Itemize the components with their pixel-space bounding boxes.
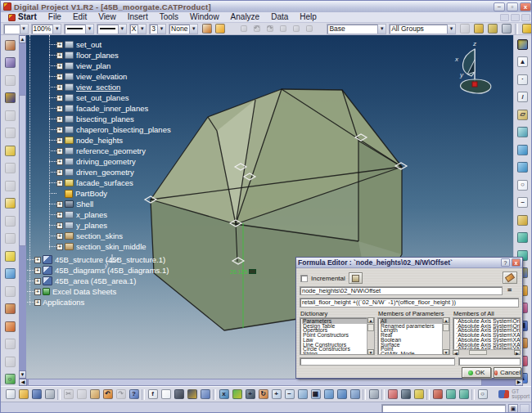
copy-icon[interactable] [75,388,88,401]
chevron-down-icon[interactable]: ▾ [20,25,28,34]
menu-file[interactable]: File [43,12,67,22]
scroll-down-icon[interactable]: ▼ [19,370,26,379]
dialog-close-button[interactable]: x [512,258,521,267]
fit-all-icon[interactable] [231,388,243,401]
status-aux-button[interactable] [520,404,530,413]
front-box-icon[interactable] [336,388,348,401]
tree-item[interactable]: + bisecting_planes [49,114,171,124]
tree-item[interactable]: + chaperon_bisecting_planes [49,124,171,135]
tree-item[interactable]: + section_skin_middle [49,241,171,252]
scroll-down-icon[interactable]: ▼ [443,349,449,355]
pointer-icon[interactable]: ▲ [516,56,530,69]
list-item[interactable]: CstAttr_Mode [380,352,449,355]
fly-mode-icon[interactable]: x [218,388,230,401]
normal-view-icon[interactable] [296,388,309,401]
separator[interactable] [471,388,476,401]
menu-tools[interactable]: Tools [154,12,184,22]
expand-icon[interactable]: + [34,299,41,306]
formula-editor-dialog[interactable]: Formula Editor : `node_heights\02_N/W\Of… [295,257,523,379]
expand-icon[interactable]: + [56,63,63,70]
line-type-dropdown[interactable]: ▾ [97,24,127,34]
redo-gray-icon[interactable]: ↷ [264,23,276,35]
revolve-icon[interactable] [516,143,530,156]
expand-icon[interactable]: + [56,74,63,80]
expand-icon[interactable]: + [56,244,63,250]
render-mode-dropdown[interactable]: None ▾ [169,24,198,34]
expand-icon[interactable]: + [56,159,63,165]
tree-item[interactable]: + set_out_planes [49,92,171,103]
point-icon[interactable]: · [516,73,530,86]
hand-icon[interactable] [3,232,16,245]
expand-icon[interactable]: + [56,180,63,186]
scroll-left-icon[interactable]: ◀ [453,350,459,355]
separator[interactable] [56,388,61,401]
part-red-icon[interactable] [431,388,444,401]
expand-icon[interactable]: + [56,222,63,229]
members-all-hscrollbar[interactable]: ◀ ▶ [453,349,521,355]
menu-view[interactable]: View [92,12,122,22]
chevron-down-icon[interactable]: ▾ [157,25,165,34]
point-symbol-dropdown[interactable]: X ▾ [129,24,147,34]
tree-item[interactable]: + view_plan [49,61,171,71]
binoculars-icon[interactable] [3,92,16,105]
axis-tool-icon[interactable] [3,320,16,333]
formula-fx-icon[interactable]: f [147,388,159,401]
groups-dropdown[interactable]: All Groups ▾ [389,24,456,34]
cancel-button[interactable]: Cancel [494,367,521,378]
knife-icon-1[interactable] [486,23,498,35]
output-parameter-field[interactable]: node_heights\02_N/W\Offset [300,286,503,295]
tree-vertical-scrollbar[interactable]: ▲ ▼ [19,35,26,379]
dialog-title-bar[interactable]: Formula Editor : `node_heights\02_N/W\Of… [296,258,522,268]
tree-item[interactable]: + view_elevation [49,71,171,82]
cut-icon[interactable]: ✂ [62,388,74,401]
expand-icon[interactable]: + [56,201,63,208]
slash-icon[interactable] [3,179,16,192]
mdi-minimize-button[interactable] [500,14,509,21]
menu-window[interactable]: Window [184,12,225,22]
expand-icon[interactable]: + [34,257,41,263]
expand-icon[interactable]: + [56,116,63,123]
filter-gray-icon[interactable] [458,23,471,35]
paste-icon[interactable] [88,388,101,401]
separator[interactable] [212,388,217,401]
expand-icon[interactable]: + [56,169,63,176]
zoom-in-icon[interactable]: + [270,388,282,401]
ghost-icon[interactable] [3,214,16,227]
chevron-down-icon[interactable]: ▾ [138,25,146,34]
eraser-yellow-icon[interactable] [3,144,16,157]
separator[interactable] [426,388,431,401]
pan-icon[interactable]: + [244,388,256,401]
sweep-icon[interactable] [516,213,530,227]
render-image-icon[interactable] [3,38,16,52]
menu-insert[interactable]: Insert [122,12,154,22]
tree-item[interactable]: + section_skins [49,231,171,241]
comment-icon[interactable] [160,388,172,401]
redo-icon[interactable]: ↷ [115,388,127,401]
minimize-button[interactable]: − [494,2,505,11]
ungroup-icon[interactable] [3,355,16,368]
chevron-down-icon[interactable]: ▾ [85,25,93,34]
expand-icon[interactable]: + [34,289,41,295]
incremental-checkbox[interactable] [300,275,308,282]
power-input-exec-button[interactable]: ▣ [508,404,518,413]
save-icon[interactable] [30,388,43,401]
scroll-up-icon[interactable]: ▲ [443,317,449,323]
tree-item[interactable]: + 45B_area (45B_area.1) [27,276,169,286]
chevron-down-icon[interactable]: ▾ [447,25,455,34]
separator[interactable] [381,388,385,401]
title-bar[interactable]: Digital Project V1.R2 - [45B_moorgate.CA… [1,1,532,12]
compass[interactable]: z x y [449,38,500,101]
erase-alt-icon[interactable] [3,162,16,175]
dictionary-list[interactable]: ParametersDesign TableOperatorsPoint Con… [300,317,375,355]
lock-icon[interactable] [186,388,198,401]
tree-item[interactable]: + x_planes [49,209,171,220]
new-doc-icon[interactable] [4,388,16,401]
spline-icon[interactable]: ~ [516,196,530,209]
menu-data[interactable]: Data [265,12,294,22]
paste-view-icon[interactable] [3,127,16,140]
power-input-field[interactable] [381,404,506,413]
unit-field[interactable] [458,357,521,366]
tree-item[interactable]: + PartBody [49,188,171,199]
undo-icon[interactable]: ↶ [101,388,114,401]
scroll-up-icon[interactable]: ▲ [19,35,26,43]
